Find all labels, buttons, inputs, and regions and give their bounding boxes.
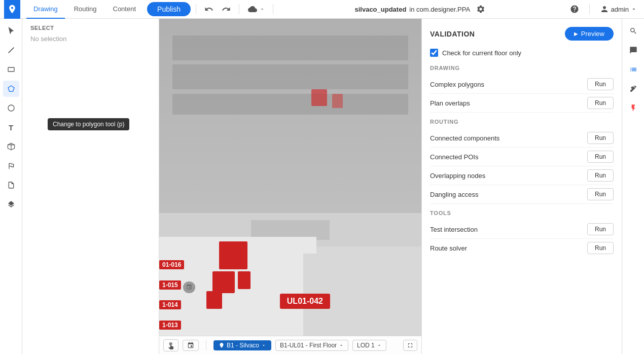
no-selection-text: No selection [30,35,151,43]
routing-section-header: ROUTING [430,119,614,125]
plan-overlaps-label: Plan overlaps [430,99,470,107]
dangling-access-label: Dangling access [430,191,478,198]
connected-pois-run-btn[interactable]: Run [587,151,614,163]
car-row-1 [172,36,408,60]
bolt-tool-button[interactable] [625,100,641,116]
svg-marker-2 [8,86,14,91]
complex-polygons-run-btn[interactable]: Run [587,78,614,90]
settings-button[interactable] [473,3,488,16]
tab-content[interactable]: Content [106,0,144,19]
complex-polygons-label: Complex polygons [430,81,484,88]
floor-label: B1-UL01 - First Floor [280,342,337,349]
map-area[interactable]: 01-016 1-015 1-014 1-013 UL01-042 B1 - S… [159,19,421,354]
lod-label: LOD 1 [357,342,375,349]
select-panel: SELECT No selection Change to polygon to… [22,19,159,354]
connected-components-run-btn[interactable]: Run [587,132,614,144]
redo-button[interactable] [219,3,234,16]
building-label: B1 - Silvaco [227,342,259,349]
overlapping-nodes-label: Overlapping nodes [430,172,485,180]
project-org: in com.designer.PPA [409,6,470,13]
right-toolbar [622,19,644,354]
floor-only-label[interactable]: Check for current floor only [442,49,521,57]
dangling-access-row: Dangling access Run [430,185,614,204]
app-logo [4,0,20,19]
map-background: 01-016 1-015 1-014 1-013 UL01-042 [159,19,421,354]
complex-polygons-row: Complex polygons Run [430,75,614,94]
red-car-2 [332,94,343,109]
overlapping-nodes-row: Overlapping nodes Run [430,166,614,185]
text-tool[interactable]: T [3,119,19,135]
topbar: Drawing Routing Content Publish silvaco_… [0,0,644,19]
box3d-tool[interactable] [3,138,19,155]
topbar-separator-3 [273,4,273,14]
cursor-tool[interactable] [3,23,19,39]
label-014: 1-014 [159,300,181,309]
floor-selector[interactable]: B1-UL01 - First Floor [275,340,348,351]
floor-only-checkbox[interactable] [430,49,438,57]
red-room-4 [206,291,222,309]
topbar-separator-1 [196,4,196,14]
hand-tool-button[interactable] [163,339,178,351]
landscape-tool[interactable] [3,158,19,174]
overlapping-nodes-run-btn[interactable]: Run [587,169,614,182]
red-room-1 [219,241,247,269]
route-solver-label: Route solver [430,244,467,252]
topbar-separator-4 [589,4,590,14]
plan-overlaps-row: Plan overlaps Run [430,94,614,113]
label-013: 1-013 [159,321,181,330]
tab-routing[interactable]: Routing [67,0,104,19]
cloud-button[interactable] [244,3,268,16]
car-row-2 [172,64,408,89]
red-room-2 [212,271,234,293]
help-button[interactable] [567,3,582,16]
circle-tool[interactable] [3,100,19,116]
red-car [311,89,327,106]
user-button[interactable]: admin [597,3,640,16]
connected-components-row: Connected components Run [430,129,614,148]
parking-area [159,19,421,227]
left-toolbar: T [0,19,22,354]
expand-button[interactable] [403,340,417,351]
document-tool[interactable] [3,177,19,193]
layers-tool[interactable] [3,196,19,213]
label-015: 1-015 [159,280,181,290]
route-solver-run-btn[interactable]: Run [587,242,614,254]
line-tool[interactable] [3,42,19,58]
tools-section-header: TOOLS [430,210,614,216]
chat-tool-button[interactable] [625,42,641,58]
svg-line-0 [8,48,14,53]
rect-tool[interactable] [3,61,19,78]
preview-button[interactable]: ▶ Preview [565,27,614,41]
snap-button[interactable] [183,340,199,351]
validation-panel: VALIDATION ▶ Preview Check for current f… [421,19,622,354]
wrench-tool-button[interactable] [625,81,641,97]
main-area: T SELECT No selection Change to polygon … [0,19,644,354]
route-solver-row: Route solver Run [430,239,614,257]
map-bottom-bar: B1 - Silvaco B1-UL01 - First Floor LOD 1 [159,336,421,354]
connected-pois-row: Connected POIs Run [430,148,614,166]
play-icon: ▶ [574,31,578,37]
polygon-tooltip: Change to polygon tool (p) [48,118,129,130]
svg-rect-1 [8,67,14,72]
topbar-separator-2 [239,4,239,14]
plan-overlaps-run-btn[interactable]: Run [587,97,614,109]
floor-only-row: Check for current floor only [430,49,614,57]
list-tool-button[interactable] [625,61,641,78]
search-tool-button[interactable] [625,23,641,39]
publish-button[interactable]: Publish [147,2,191,16]
connected-pois-label: Connected POIs [430,153,478,161]
lod-selector[interactable]: LOD 1 [352,340,386,351]
undo-button[interactable] [201,3,217,16]
tab-drawing[interactable]: Drawing [26,0,65,19]
svg-point-3 [8,105,14,111]
select-title: SELECT [30,25,151,31]
test-intersection-run-btn[interactable]: Run [587,223,614,235]
drawing-section-header: DRAWING [430,65,614,71]
red-room-3 [238,271,251,289]
label-042: UL01-042 [280,294,330,309]
test-intersection-label: Test intersection [430,226,478,233]
polygon-tool[interactable] [3,81,19,97]
building-selector[interactable]: B1 - Silvaco [213,340,271,350]
text-icon: T [9,123,13,132]
dangling-access-run-btn[interactable]: Run [587,188,614,200]
